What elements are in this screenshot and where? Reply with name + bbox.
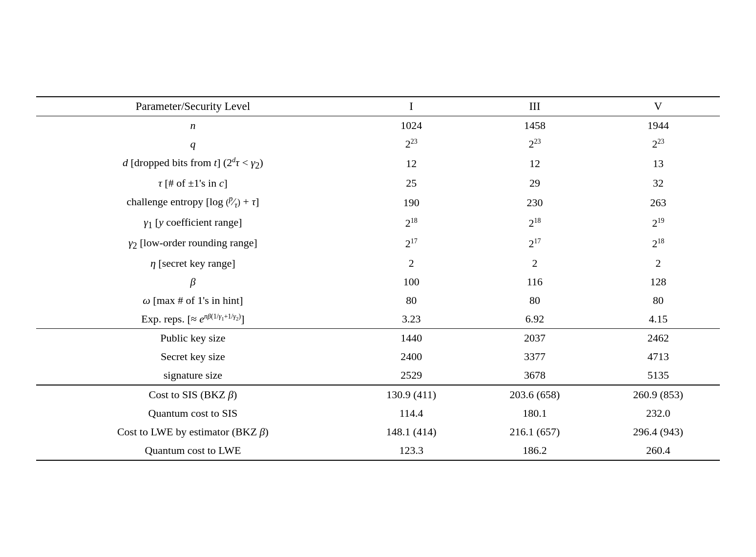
value-cell: 13 — [596, 153, 720, 174]
value-cell: 218 — [350, 213, 473, 234]
cell-value: 4.15 — [649, 313, 668, 325]
param-cell: Quantum cost to SIS — [36, 404, 350, 423]
cell-value: 5135 — [648, 369, 669, 381]
param-label: Cost to SIS (BKZ β) — [148, 388, 237, 401]
table-row: d [dropped bits from t] (2dτ < γ2)121213 — [36, 153, 720, 174]
cell-value: 296.4 (943) — [633, 426, 683, 438]
param-label: d [dropped bits from t] (2dτ < γ2) — [123, 156, 263, 169]
value-cell: 114.4 — [350, 404, 473, 423]
value-cell: 217 — [473, 234, 597, 254]
param-cell: challenge entropy [log (p⁄τ) + τ] — [36, 193, 350, 213]
value-cell: 223 — [473, 135, 597, 153]
cell-value: 2 — [532, 257, 537, 269]
value-cell: 1024 — [350, 116, 473, 135]
table-container: Parameter/Security Level I III V n102414… — [36, 96, 720, 461]
cell-value: 2037 — [524, 332, 546, 344]
value-cell: 2529 — [350, 366, 473, 385]
value-cell: 12 — [350, 153, 473, 174]
cell-value: 2400 — [400, 350, 422, 363]
value-cell: 2 — [350, 254, 473, 273]
value-cell: 217 — [350, 234, 473, 254]
value-cell: 123.3 — [350, 441, 473, 460]
param-cell: η [secret key range] — [36, 254, 350, 273]
cell-value: 219 — [652, 217, 664, 229]
param-label: η [secret key range] — [150, 257, 235, 269]
cell-value: 260.9 (853) — [633, 388, 683, 401]
value-cell: 130.9 (411) — [350, 385, 473, 404]
table-row: Exp. reps. [≈ enβ(1/γ1+1/γ2)]3.236.924.1… — [36, 310, 720, 329]
param-cell: β — [36, 273, 350, 291]
param-label: γ1 [y coefficient range] — [144, 216, 242, 228]
cell-value: 100 — [403, 276, 420, 288]
table-row: q223223223 — [36, 135, 720, 153]
param-cell: τ [# of ±1's in c] — [36, 174, 350, 193]
value-cell: 218 — [473, 213, 597, 234]
value-cell: 260.4 — [596, 441, 720, 460]
value-cell: 80 — [350, 291, 473, 310]
cell-value: 32 — [653, 177, 664, 189]
cell-value: 230 — [526, 196, 543, 209]
cell-value: 217 — [405, 237, 418, 250]
cell-value: 12 — [529, 157, 540, 170]
col-header-I: I — [350, 97, 473, 116]
value-cell: 1458 — [473, 116, 597, 135]
cell-value: 263 — [650, 196, 666, 209]
cell-value: 1458 — [524, 119, 546, 131]
cell-value: 260.4 — [646, 444, 671, 456]
param-cell: signature size — [36, 366, 350, 385]
cell-value: 203.6 (658) — [510, 388, 560, 401]
col-header-III: III — [473, 97, 597, 116]
table-row: challenge entropy [log (p⁄τ) + τ]1902302… — [36, 193, 720, 213]
cell-value: 4713 — [648, 350, 669, 363]
param-cell: γ2 [low-order rounding range] — [36, 234, 350, 254]
value-cell: 216.1 (657) — [473, 423, 597, 441]
value-cell: 230 — [473, 193, 597, 213]
cell-value: 186.2 — [523, 444, 547, 456]
param-cell: Public key size — [36, 329, 350, 348]
value-cell: 2 — [596, 254, 720, 273]
param-label: signature size — [164, 369, 222, 381]
value-cell: 32 — [596, 174, 720, 193]
value-cell: 218 — [596, 234, 720, 254]
param-cell: Cost to SIS (BKZ β) — [36, 385, 350, 404]
cell-value: 80 — [529, 294, 540, 306]
cell-value: 80 — [653, 294, 664, 306]
table-row: γ1 [y coefficient range]218218219 — [36, 213, 720, 234]
value-cell: 223 — [596, 135, 720, 153]
value-cell: 180.1 — [473, 404, 597, 423]
table-row: Secret key size240033774713 — [36, 347, 720, 366]
param-cell: Secret key size — [36, 347, 350, 366]
value-cell: 3.23 — [350, 310, 473, 329]
table-row: γ2 [low-order rounding range]217217218 — [36, 234, 720, 254]
cell-value: 190 — [403, 196, 420, 209]
param-cell: Quantum cost to LWE — [36, 441, 350, 460]
param-label: Exp. reps. [≈ enβ(1/γ1+1/γ2)] — [141, 313, 244, 325]
value-cell: 25 — [350, 174, 473, 193]
param-cell: Exp. reps. [≈ enβ(1/γ1+1/γ2)] — [36, 310, 350, 329]
value-cell: 29 — [473, 174, 597, 193]
cell-value: 3.23 — [402, 313, 421, 325]
value-cell: 80 — [596, 291, 720, 310]
param-label: Public key size — [160, 332, 225, 344]
param-label: γ2 [low-order rounding range] — [128, 236, 257, 249]
param-cell: Cost to LWE by estimator (BKZ β) — [36, 423, 350, 441]
param-cell: ω [max # of 1's in hint] — [36, 291, 350, 310]
table-row: signature size252936785135 — [36, 366, 720, 385]
value-cell: 203.6 (658) — [473, 385, 597, 404]
value-cell: 4713 — [596, 347, 720, 366]
param-label: n — [190, 119, 195, 131]
parameters-table: Parameter/Security Level I III V n102414… — [36, 96, 720, 461]
value-cell: 263 — [596, 193, 720, 213]
col-header-V: V — [596, 97, 720, 116]
cell-value: 2 — [409, 257, 414, 269]
table-row: β100116128 — [36, 273, 720, 291]
cell-value: 218 — [528, 217, 541, 229]
value-cell: 2037 — [473, 329, 597, 348]
cell-value: 123.3 — [399, 444, 423, 456]
cell-value: 2462 — [648, 332, 669, 344]
value-cell: 186.2 — [473, 441, 597, 460]
value-cell: 3678 — [473, 366, 597, 385]
param-label: Quantum cost to SIS — [148, 407, 238, 419]
param-label: β — [190, 276, 195, 288]
cell-value: 3678 — [524, 369, 546, 381]
